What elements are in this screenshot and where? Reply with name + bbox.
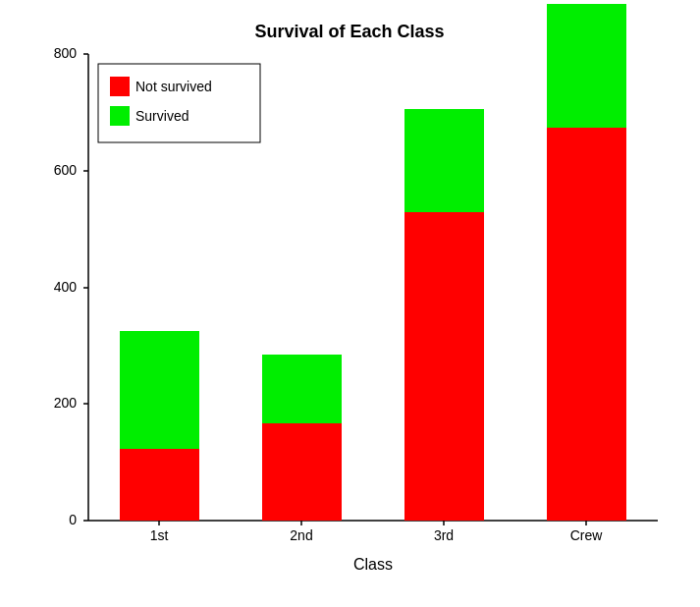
y-tick-400: 400: [54, 279, 78, 295]
bar-1st-not-survived: [120, 449, 199, 521]
svg-rect-11: [98, 64, 260, 142]
x-tick-2nd: 2nd: [290, 527, 312, 543]
y-tick-800: 800: [54, 45, 78, 61]
x-tick-crew: Crew: [570, 527, 604, 543]
legend-survived-swatch: [110, 106, 130, 126]
legend-not-survived-label: Not survived: [135, 79, 212, 94]
chart-container: Survival of Each Class 0 200 400 600 800…: [0, 0, 700, 607]
legend-survived-label: Survived: [135, 108, 188, 124]
bar-3rd-not-survived: [404, 212, 484, 521]
bar-crew-survived: [547, 4, 626, 128]
x-tick-3rd: 3rd: [434, 527, 454, 543]
bar-2nd-not-survived: [262, 423, 342, 521]
x-axis-label: Class: [353, 556, 393, 573]
chart-title: Survival of Each Class: [254, 22, 444, 41]
bar-crew-not-survived: [547, 128, 626, 521]
y-tick-0: 0: [69, 512, 77, 527]
bar-3rd-survived: [404, 109, 484, 212]
y-tick-200: 200: [54, 395, 78, 411]
legend-not-survived-swatch: [110, 77, 130, 96]
bar-2nd-survived: [262, 355, 342, 423]
bar-1st-survived: [120, 331, 199, 449]
y-tick-600: 600: [54, 162, 78, 178]
x-tick-1st: 1st: [150, 527, 169, 543]
